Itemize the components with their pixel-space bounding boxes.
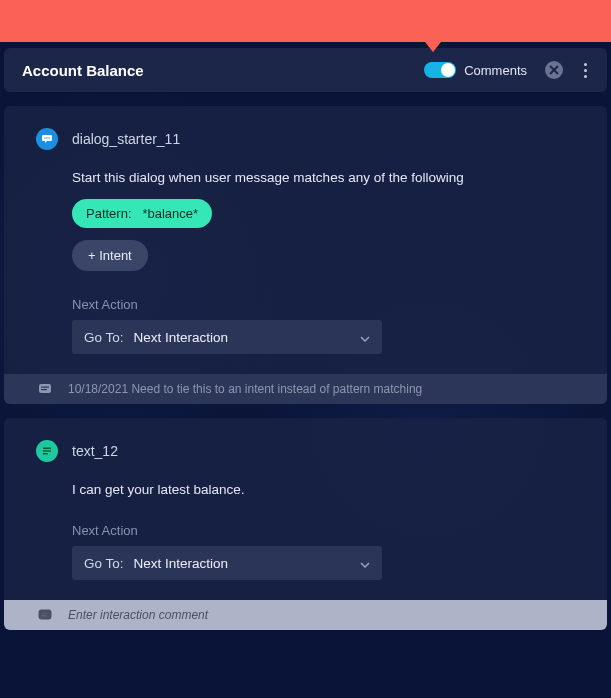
banner-pointer-icon (425, 42, 441, 52)
text-node-icon (36, 440, 58, 462)
svg-point-0 (44, 137, 45, 138)
comment-icon (36, 380, 54, 398)
svg-rect-6 (43, 448, 51, 450)
dialog-header: Account Balance Comments (4, 48, 607, 92)
comments-toggle-label: Comments (464, 63, 527, 78)
text-node-message: I can get your latest balance. (72, 482, 583, 497)
dialog-starter-description: Start this dialog when user message matc… (72, 170, 583, 185)
comment-date: 10/18/2021 (68, 382, 128, 396)
more-menu-button[interactable] (577, 63, 593, 78)
node-header: text_12 (36, 440, 583, 462)
interaction-card-text: text_12 I can get your latest balance. N… (4, 418, 607, 630)
comment-placeholder: Enter interaction comment (68, 608, 208, 622)
svg-rect-4 (41, 387, 49, 388)
top-banner (0, 0, 611, 42)
node-id-label: text_12 (72, 443, 118, 459)
pattern-chip-prefix: Pattern: (86, 206, 132, 221)
svg-rect-7 (43, 450, 51, 452)
comment-bar[interactable]: 10/18/2021 Need to tie this to an intent… (4, 374, 607, 404)
svg-rect-11 (41, 615, 47, 616)
pattern-chip[interactable]: Pattern: *balance* (72, 199, 212, 228)
goto-value: Next Interaction (134, 556, 360, 571)
comment-content: 10/18/2021 Need to tie this to an intent… (68, 382, 422, 396)
next-action-label: Next Action (72, 523, 583, 538)
next-action-label: Next Action (72, 297, 583, 312)
close-button[interactable] (545, 61, 563, 79)
goto-prefix: Go To: (84, 330, 124, 345)
chevron-down-icon (360, 554, 370, 572)
svg-rect-9 (39, 610, 51, 619)
svg-rect-5 (41, 389, 47, 390)
dialog-starter-icon (36, 128, 58, 150)
interaction-card-dialog-starter: dialog_starter_11 Start this dialog when… (4, 106, 607, 404)
dot-icon (584, 63, 587, 66)
svg-rect-3 (39, 384, 51, 393)
pattern-chip-value: *balance* (142, 206, 198, 221)
svg-point-1 (46, 137, 47, 138)
add-intent-button[interactable]: + Intent (72, 240, 148, 271)
close-icon (549, 65, 559, 75)
svg-rect-8 (43, 453, 48, 455)
dot-icon (584, 69, 587, 72)
toggle-knob-icon (441, 63, 455, 77)
goto-prefix: Go To: (84, 556, 124, 571)
svg-rect-10 (41, 613, 49, 614)
dot-icon (584, 75, 587, 78)
next-action-select[interactable]: Go To: Next Interaction (72, 320, 382, 354)
node-header: dialog_starter_11 (36, 128, 583, 150)
comments-toggle[interactable] (424, 62, 456, 78)
next-action-select[interactable]: Go To: Next Interaction (72, 546, 382, 580)
comment-input-bar[interactable]: Enter interaction comment (4, 600, 607, 630)
chevron-down-icon (360, 328, 370, 346)
svg-point-2 (48, 137, 49, 138)
comment-body: Need to tie this to an intent instead of… (131, 382, 422, 396)
comment-icon (36, 606, 54, 624)
goto-value: Next Interaction (134, 330, 360, 345)
dialog-title: Account Balance (22, 62, 424, 79)
node-id-label: dialog_starter_11 (72, 131, 180, 147)
